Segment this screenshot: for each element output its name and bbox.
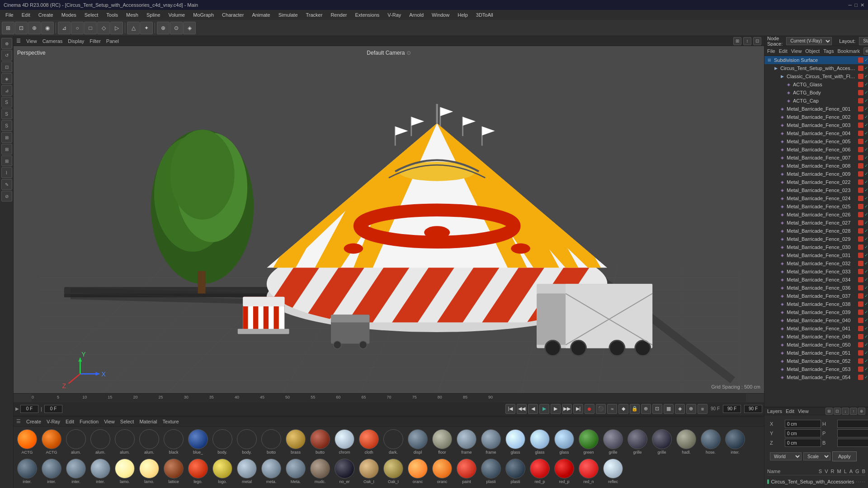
menu-item-mograph[interactable]: MoGraph xyxy=(189,11,217,19)
toolbar-btn-6[interactable]: □ xyxy=(84,22,97,34)
material-swatch-25[interactable]: grille xyxy=(626,428,649,457)
autokey-btn[interactable]: ⚫ xyxy=(596,404,606,414)
material-swatch-44[interactable]: Oak_I xyxy=(357,458,381,486)
material-swatch-4[interactable]: alum. xyxy=(113,428,137,457)
material-swatch-8[interactable]: body. xyxy=(211,428,234,457)
material-swatch-32[interactable]: inter. xyxy=(64,458,88,486)
tool-select[interactable]: ◈ xyxy=(1,73,12,84)
tree-item-1[interactable]: ▶Circus_Tent_Setup_with_Accessories✓ xyxy=(764,64,868,72)
scale-mode-dropdown[interactable]: Scale xyxy=(803,452,830,460)
lock-btn[interactable]: 🔒 xyxy=(630,404,640,414)
material-swatch-52[interactable]: red_p xyxy=(552,458,576,486)
material-swatch-13[interactable]: chrom xyxy=(333,428,356,457)
viewport-menu-panel[interactable]: Panel xyxy=(106,38,119,44)
material-menu-edit[interactable]: Edit xyxy=(66,419,74,424)
next-key-btn[interactable]: ▶ xyxy=(551,404,561,414)
maximize-button[interactable]: □ xyxy=(854,2,858,8)
props-layers-tab[interactable]: Layers xyxy=(767,408,782,414)
minimize-button[interactable]: ─ xyxy=(849,2,852,8)
motion-btn[interactable]: ≈ xyxy=(607,404,617,414)
material-swatch-41[interactable]: Meta. xyxy=(284,458,307,486)
material-menu-vray[interactable]: V-Ray xyxy=(47,419,60,424)
tree-item-20[interactable]: ◈Metal_Barricade_Fence_027✓ xyxy=(764,219,868,227)
viewport-menu-view[interactable]: View xyxy=(26,38,37,44)
material-swatch-42[interactable]: mudc. xyxy=(308,458,332,486)
toolbar-btn-0[interactable]: ⊞ xyxy=(2,22,14,34)
menu-item-character[interactable]: Character xyxy=(218,11,247,19)
material-menu-create[interactable]: Create xyxy=(26,419,41,424)
tree-item-39[interactable]: ◈Metal_Barricade_Fence_054✓ xyxy=(764,373,868,381)
key-btn[interactable]: ◆ xyxy=(618,404,628,414)
tree-item-3[interactable]: ◈ACTG_Glass✓ xyxy=(764,80,868,89)
timeline-extra-4[interactable]: ◈ xyxy=(675,404,685,414)
viewport-icon-2[interactable]: ↕ xyxy=(743,37,751,45)
timeline-extra-1[interactable]: ⊕ xyxy=(641,404,651,414)
menu-item-create[interactable]: Create xyxy=(35,11,57,19)
props-edit-tab[interactable]: Edit xyxy=(786,408,794,414)
timeline-extra-3[interactable]: ▦ xyxy=(664,404,674,414)
start-frame-input[interactable] xyxy=(20,405,38,413)
tree-item-38[interactable]: ◈Metal_Barricade_Fence_053✓ xyxy=(764,365,868,373)
menu-item-arnold[interactable]: Arnold xyxy=(406,11,427,19)
menu-item-select[interactable]: Select xyxy=(81,11,102,19)
toolbar-btn-3[interactable]: ◉ xyxy=(41,22,54,34)
menu-item-tracker[interactable]: Tracker xyxy=(302,11,326,19)
props-icon-1[interactable]: ⊞ xyxy=(826,408,833,415)
material-swatch-47[interactable]: oranc xyxy=(430,458,454,486)
scene-tree-file[interactable]: File xyxy=(767,48,775,54)
material-swatch-50[interactable]: plasti xyxy=(504,458,527,486)
tool-brush[interactable]: ✎ xyxy=(1,179,12,190)
apply-button[interactable]: Apply xyxy=(832,451,857,461)
material-swatch-37[interactable]: lego. xyxy=(186,458,210,486)
tree-item-15[interactable]: ◈Metal_Barricade_Fence_022✓ xyxy=(764,178,868,186)
menu-item-modes[interactable]: Modes xyxy=(58,11,80,19)
tree-item-8[interactable]: ◈Metal_Barricade_Fence_003✓ xyxy=(764,121,868,129)
toolbar-btn-12[interactable]: ⊙ xyxy=(170,22,183,34)
y-input[interactable] xyxy=(785,429,821,437)
material-swatch-33[interactable]: inter. xyxy=(89,458,112,486)
material-swatch-0[interactable]: ACTG xyxy=(15,428,39,457)
tree-item-9[interactable]: ◈Metal_Barricade_Fence_004✓ xyxy=(764,129,868,137)
menu-item-render[interactable]: Render xyxy=(327,11,350,19)
menu-item-mesh[interactable]: Mesh xyxy=(123,11,142,19)
toolbar-btn-4[interactable]: ⊿ xyxy=(58,22,71,34)
tree-item-5[interactable]: ◈ACTG_Cap✓ xyxy=(764,97,868,105)
scene-hierarchy-tree[interactable]: ⊞Subdivision Surface✓▶Circus_Tent_Setup_… xyxy=(764,56,868,407)
material-swatch-20[interactable]: glass xyxy=(504,428,527,457)
scene-tree-edit[interactable]: Edit xyxy=(779,48,788,54)
props-icon-5[interactable]: ⊕ xyxy=(858,408,865,415)
toolbar-btn-2[interactable]: ⊕ xyxy=(28,22,41,34)
menu-item-edit[interactable]: Edit xyxy=(18,11,34,19)
toolbar-btn-13[interactable]: ◈ xyxy=(183,22,196,34)
material-swatch-14[interactable]: cloth xyxy=(357,428,381,457)
viewport-menu-icon[interactable]: ☰ xyxy=(16,38,21,44)
tree-item-35[interactable]: ◈Metal_Barricade_Fence_050✓ xyxy=(764,341,868,349)
timeline-extra-6[interactable]: ≡ xyxy=(698,404,708,414)
material-swatch-17[interactable]: floor xyxy=(430,428,454,457)
material-swatch-9[interactable]: body. xyxy=(235,428,259,457)
scene-tree-bookmark[interactable]: Bookmark xyxy=(837,48,860,54)
material-swatch-34[interactable]: lamo. xyxy=(113,458,137,486)
next-frame-btn[interactable]: ▶▶ xyxy=(562,404,572,414)
tree-item-2[interactable]: ▶Classic_Circus_Tent_with_Flags✓ xyxy=(764,72,868,80)
tree-item-19[interactable]: ◈Metal_Barricade_Fence_026✓ xyxy=(764,211,868,219)
viewport-menu-display[interactable]: Display xyxy=(68,38,84,44)
material-swatch-45[interactable]: Oak_I xyxy=(382,458,405,486)
tool-spline[interactable]: ⌇ xyxy=(1,167,12,178)
viewport-menu-cameras[interactable]: Cameras xyxy=(42,38,63,44)
viewport-icon-1[interactable]: ⊞ xyxy=(733,37,741,45)
tree-item-25[interactable]: ◈Metal_Barricade_Fence_032✓ xyxy=(764,259,868,267)
material-swatch-18[interactable]: frame xyxy=(455,428,478,457)
tree-item-4[interactable]: ◈ACTG_Body✓ xyxy=(764,89,868,97)
tree-item-11[interactable]: ◈Metal_Barricade_Fence_006✓ xyxy=(764,145,868,154)
scene-tree-tags[interactable]: Tags xyxy=(823,48,834,54)
material-swatch-54[interactable]: reflec xyxy=(601,458,625,486)
record-btn[interactable]: ⏺ xyxy=(585,404,594,414)
material-swatch-7[interactable]: blue_ xyxy=(186,428,210,457)
material-swatch-48[interactable]: paint xyxy=(455,458,478,486)
toolbar-btn-9[interactable]: △ xyxy=(127,22,140,34)
material-menu-material[interactable]: Material xyxy=(139,419,157,424)
close-button[interactable]: ✕ xyxy=(860,2,864,8)
tree-item-31[interactable]: ◈Metal_Barricade_Fence_039✓ xyxy=(764,308,868,316)
tree-item-16[interactable]: ◈Metal_Barricade_Fence_023✓ xyxy=(764,186,868,194)
